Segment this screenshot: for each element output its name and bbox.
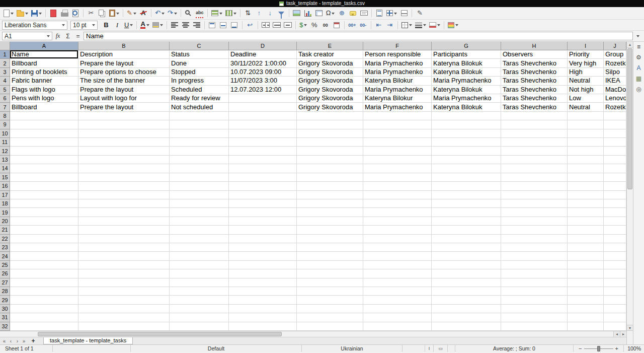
cell-J23[interactable] bbox=[604, 243, 626, 252]
align-right-button[interactable] bbox=[192, 20, 202, 30]
cell-B12[interactable] bbox=[78, 147, 170, 155]
cell-B25[interactable] bbox=[78, 261, 170, 269]
cell-A3[interactable]: Printing of booklets bbox=[10, 68, 78, 77]
cell-J21[interactable] bbox=[604, 226, 626, 234]
save-button[interactable] bbox=[30, 8, 43, 18]
borders-button[interactable] bbox=[400, 20, 413, 30]
open-file-dropdown[interactable] bbox=[25, 11, 28, 16]
cell-G12[interactable] bbox=[432, 147, 501, 155]
cell-I20[interactable] bbox=[568, 217, 604, 226]
cell-D25[interactable] bbox=[229, 261, 297, 269]
cell-B31[interactable] bbox=[78, 313, 170, 322]
cell-H2[interactable]: Taras Shevchenko bbox=[501, 59, 568, 67]
cell-E24[interactable] bbox=[297, 252, 363, 260]
cell-A32[interactable] bbox=[10, 322, 78, 331]
cell-C13[interactable] bbox=[170, 156, 229, 164]
font-name-combo[interactable]: Liberation Sans bbox=[2, 21, 67, 30]
scroll-up-button[interactable]: ▴ bbox=[627, 42, 633, 48]
cell-D31[interactable] bbox=[229, 313, 297, 322]
cell-E28[interactable] bbox=[297, 287, 363, 296]
row-header-6[interactable]: 6 bbox=[0, 94, 10, 103]
freeze-rows-and-columns-button[interactable] bbox=[385, 8, 398, 18]
cell-H11[interactable] bbox=[501, 138, 568, 147]
cell-F10[interactable] bbox=[363, 129, 432, 138]
cell-G4[interactable]: Maria Prymachenko bbox=[432, 77, 501, 85]
row-header-10[interactable]: 10 bbox=[0, 129, 10, 138]
cell-I31[interactable] bbox=[568, 313, 604, 322]
cell-E14[interactable] bbox=[297, 164, 363, 173]
row-header-18[interactable]: 18 bbox=[0, 199, 10, 208]
insert-row-button[interactable] bbox=[210, 8, 223, 18]
sheet-tab[interactable]: task_template - template_tasks bbox=[43, 337, 133, 344]
cell-F28[interactable] bbox=[363, 287, 432, 296]
cell-H23[interactable] bbox=[501, 243, 568, 252]
row-header-1[interactable]: 1 bbox=[0, 50, 10, 59]
cell-E32[interactable] bbox=[297, 322, 363, 331]
cell-H19[interactable] bbox=[501, 208, 568, 217]
cell-D24[interactable] bbox=[229, 252, 297, 260]
cell-E22[interactable] bbox=[297, 235, 363, 243]
insert-pivot-table-button[interactable] bbox=[314, 8, 324, 18]
select-all-corner[interactable] bbox=[0, 42, 10, 50]
bold-button[interactable]: B bbox=[101, 20, 111, 30]
cell-F25[interactable] bbox=[363, 261, 432, 269]
cell-H4[interactable]: Taras Shevchenko bbox=[501, 77, 568, 85]
previous-sheet-button[interactable]: ‹ bbox=[8, 338, 14, 344]
cell-H20[interactable] bbox=[501, 217, 568, 226]
cell-B24[interactable] bbox=[78, 252, 170, 260]
cell-D8[interactable] bbox=[229, 112, 297, 120]
cell-B15[interactable] bbox=[78, 173, 170, 182]
cell-F30[interactable] bbox=[363, 305, 432, 313]
cell-D10[interactable] bbox=[229, 129, 297, 138]
cell-B21[interactable] bbox=[78, 226, 170, 234]
cell-H1[interactable]: Observers bbox=[501, 50, 568, 59]
cell-B4[interactable]: The size of the banner bbox=[78, 77, 170, 85]
cell-B14[interactable] bbox=[78, 164, 170, 173]
cell-E21[interactable] bbox=[297, 226, 363, 234]
cell-D9[interactable] bbox=[229, 120, 297, 129]
cell-G27[interactable] bbox=[432, 278, 501, 287]
cell-D3[interactable]: 10.07.2023 09:00 bbox=[229, 68, 297, 77]
center-vertically-button[interactable] bbox=[218, 20, 228, 30]
cell-H17[interactable] bbox=[501, 191, 568, 199]
function-wizard-button[interactable]: fx bbox=[53, 32, 62, 40]
cell-E26[interactable] bbox=[297, 269, 363, 278]
cell-C1[interactable]: Status bbox=[170, 50, 229, 59]
conditional-formatting-button[interactable] bbox=[447, 20, 459, 30]
align-top-button[interactable] bbox=[207, 20, 217, 30]
cell-D28[interactable] bbox=[229, 287, 297, 296]
cell-F16[interactable] bbox=[363, 182, 432, 190]
cell-E9[interactable] bbox=[297, 120, 363, 129]
cell-C14[interactable] bbox=[170, 164, 229, 173]
cell-F32[interactable] bbox=[363, 322, 432, 331]
cell-A29[interactable] bbox=[10, 296, 78, 304]
cell-F24[interactable] bbox=[363, 252, 432, 260]
cell-G19[interactable] bbox=[432, 208, 501, 217]
save-dropdown[interactable] bbox=[39, 11, 42, 16]
align-left-button[interactable] bbox=[170, 20, 180, 30]
selection-stats[interactable]: Average: ; Sum: 0 bbox=[493, 345, 535, 351]
clone-formatting-button[interactable]: ✎ bbox=[126, 8, 137, 18]
insert-row-dropdown[interactable] bbox=[219, 11, 222, 16]
headers-and-footers-button[interactable] bbox=[374, 8, 384, 18]
undo-dropdown[interactable] bbox=[162, 11, 165, 16]
cell-J11[interactable] bbox=[604, 138, 626, 147]
column-header-C[interactable]: C bbox=[170, 42, 229, 50]
cell-B6[interactable]: Layout with logo for bbox=[78, 94, 170, 103]
cell-H25[interactable] bbox=[501, 261, 568, 269]
row-header-22[interactable]: 22 bbox=[0, 235, 10, 243]
cell-H24[interactable] bbox=[501, 252, 568, 260]
cell-G3[interactable]: Kateryna Bilokuk bbox=[432, 68, 501, 77]
autofilter-button[interactable] bbox=[276, 8, 286, 18]
cell-F29[interactable] bbox=[363, 296, 432, 304]
cell-G17[interactable] bbox=[432, 191, 501, 199]
cell-J26[interactable] bbox=[604, 269, 626, 278]
row-header-5[interactable]: 5 bbox=[0, 86, 10, 94]
last-sheet-button[interactable]: » bbox=[21, 338, 27, 344]
cell-C11[interactable] bbox=[170, 138, 229, 147]
cell-A23[interactable] bbox=[10, 243, 78, 252]
row-header-23[interactable]: 23 bbox=[0, 243, 10, 252]
insert-chart-button[interactable] bbox=[303, 8, 313, 18]
zoom-slider[interactable] bbox=[584, 346, 613, 351]
cell-J14[interactable] bbox=[604, 164, 626, 173]
